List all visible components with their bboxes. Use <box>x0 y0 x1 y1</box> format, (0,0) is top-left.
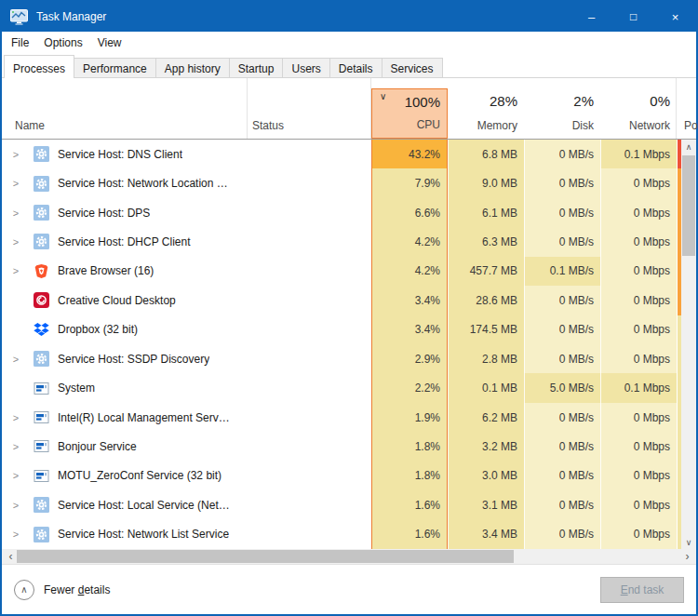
network-column-label: Network <box>629 119 670 132</box>
fewer-details-pre: Fewer <box>44 583 78 596</box>
process-name-cell: > Intel(R) Local Management Serv… <box>2 403 371 432</box>
expand-chevron-icon[interactable]: > <box>9 412 22 423</box>
process-name-cell: > Service Host: Local Service (Net… <box>2 490 371 519</box>
expand-chevron-icon[interactable]: > <box>9 470 22 481</box>
table-row[interactable]: > Brave Browser (16) 4.2% 457.7 MB 0.1 M… <box>2 257 696 286</box>
process-name: Service Host: SSDP Discovery <box>58 353 209 366</box>
cpu-cell: 3.4% <box>371 315 448 344</box>
menu-file[interactable]: File <box>4 36 36 49</box>
window-controls: – □ × <box>570 2 696 32</box>
table-row[interactable]: Dropbox (32 bit) 3.4% 174.5 MB 0 MB/s 0 … <box>2 315 696 344</box>
process-name: Bonjour Service <box>58 440 137 453</box>
tab-startup[interactable]: Startup <box>229 58 284 77</box>
column-header-partial[interactable]: Po <box>684 119 698 132</box>
tab-performance[interactable]: Performance <box>74 58 156 77</box>
column-header-name[interactable]: Name <box>15 119 45 132</box>
cpu-cell: 3.4% <box>371 286 448 315</box>
table-row[interactable]: System 2.2% 0.1 MB 5.0 MB/s 0.1 Mbps <box>2 373 696 402</box>
table-row[interactable]: > Intel(R) Local Management Serv… 1.9% 6… <box>2 403 696 432</box>
tab-details[interactable]: Details <box>329 58 383 77</box>
expand-chevron-icon[interactable]: > <box>9 208 22 219</box>
expand-chevron-icon[interactable]: > <box>9 529 22 540</box>
network-cell: 0 Mbps <box>600 462 677 490</box>
memory-cell: 6.8 MB <box>448 140 524 168</box>
process-name: Service Host: Network Location … <box>58 177 228 190</box>
task-manager-window: Task Manager – □ × File Options View Pro… <box>0 0 698 616</box>
vertical-scrollbar-thumb[interactable] <box>682 155 695 256</box>
expand-chevron-icon[interactable]: > <box>9 441 22 452</box>
scroll-left-icon[interactable]: ‹ <box>4 549 18 564</box>
process-name-cell: > Service Host: DPS <box>2 198 371 227</box>
network-cell: 0 Mbps <box>600 344 677 373</box>
cpu-cell: 1.6% <box>371 519 448 548</box>
expand-chevron-icon[interactable]: > <box>9 354 22 365</box>
expand-chevron-icon[interactable]: > <box>9 265 22 276</box>
memory-cell: 174.5 MB <box>448 315 524 344</box>
end-task-label: nd task <box>628 583 664 596</box>
process-name-cell: > MOTU_ZeroConf Service (32 bit) <box>2 462 371 490</box>
table-row[interactable]: > Service Host: DNS Client 43.2% 6.8 MB … <box>2 140 696 168</box>
tab-processes[interactable]: Processes <box>4 55 74 78</box>
column-header-row: Name Status ∨ 100% CPU 28% Memory 2% Dis… <box>2 78 696 140</box>
process-name-cell: > Service Host: SSDP Discovery <box>2 344 371 373</box>
app-window-icon <box>34 381 49 396</box>
fewer-details-toggle[interactable]: ∧ Fewer details <box>14 580 110 600</box>
network-cell: 0 Mbps <box>600 519 677 548</box>
network-cell: 0.1 Mbps <box>600 140 677 168</box>
table-row[interactable]: > Service Host: DHCP Client 4.2% 6.3 MB … <box>2 227 696 256</box>
table-row[interactable]: > Service Host: SSDP Discovery 2.9% 2.8 … <box>2 344 696 373</box>
memory-column-label: Memory <box>477 119 517 132</box>
expand-chevron-icon[interactable]: > <box>9 178 22 189</box>
horizontal-scrollbar-thumb[interactable] <box>17 550 514 563</box>
scroll-right-icon[interactable]: › <box>680 549 694 564</box>
header-separator <box>247 78 248 139</box>
menu-options[interactable]: Options <box>36 36 89 49</box>
menu-bar: File Options View <box>2 32 696 54</box>
expand-chevron-icon[interactable]: > <box>9 149 22 160</box>
table-row[interactable]: > Bonjour Service 1.8% 3.2 MB 0 MB/s 0 M… <box>2 432 696 461</box>
table-row[interactable]: > MOTU_ZeroConf Service (32 bit) 1.8% 3.… <box>2 462 696 490</box>
end-task-button[interactable]: End task <box>600 577 684 603</box>
process-name: System <box>58 382 95 395</box>
tab-services[interactable]: Services <box>382 58 443 77</box>
column-header-memory[interactable]: 28% Memory <box>448 88 524 139</box>
process-name: Creative Cloud Desktop <box>58 294 176 307</box>
close-button[interactable]: × <box>654 2 696 32</box>
table-row[interactable]: > Service Host: DPS 6.6% 6.1 MB 0 MB/s 0… <box>2 198 696 227</box>
creative-cloud-icon <box>34 292 49 308</box>
minimize-button[interactable]: – <box>570 2 612 32</box>
memory-cell: 3.1 MB <box>448 490 524 519</box>
horizontal-scrollbar[interactable]: ‹ › <box>2 549 696 564</box>
table-row[interactable]: > Service Host: Network Location … 7.9% … <box>2 168 696 197</box>
menu-view[interactable]: View <box>90 36 129 49</box>
scroll-down-icon[interactable]: ∨ <box>681 535 696 549</box>
disk-cell: 5.0 MB/s <box>524 373 600 402</box>
cpu-cell: 1.6% <box>371 490 448 519</box>
network-cell: 0 Mbps <box>600 257 677 286</box>
service-gear-icon <box>34 351 49 367</box>
fewer-details-post: etails <box>84 583 110 596</box>
maximize-button[interactable]: □ <box>612 2 654 32</box>
scroll-up-icon[interactable]: ∧ <box>681 140 696 154</box>
column-header-status[interactable]: Status <box>252 119 284 132</box>
expand-chevron-icon[interactable]: > <box>9 236 22 248</box>
tab-app-history[interactable]: App history <box>155 58 230 77</box>
memory-cell: 28.6 MB <box>448 286 524 315</box>
table-row[interactable]: Creative Cloud Desktop 3.4% 28.6 MB 0 MB… <box>2 286 696 315</box>
process-name: Service Host: Local Service (Net… <box>58 499 230 512</box>
tab-bar: Processes Performance App history Startu… <box>2 54 696 78</box>
column-header-disk[interactable]: 2% Disk <box>524 88 600 139</box>
table-row[interactable]: > Service Host: Network List Service 1.6… <box>2 519 696 548</box>
app-window-icon <box>34 438 49 454</box>
cpu-cell: 1.9% <box>371 403 448 432</box>
process-name-cell: Dropbox (32 bit) <box>2 315 371 344</box>
window-title: Task Manager <box>36 10 106 23</box>
column-header-network[interactable]: 0% Network <box>600 88 677 139</box>
network-cell: 0 Mbps <box>600 227 677 256</box>
column-header-cpu[interactable]: ∨ 100% CPU <box>371 88 448 139</box>
expand-chevron-icon[interactable]: > <box>9 500 22 511</box>
table-row[interactable]: > Service Host: Local Service (Net… 1.6%… <box>2 490 696 519</box>
tab-users[interactable]: Users <box>282 58 329 77</box>
cpu-cell: 43.2% <box>371 140 448 168</box>
vertical-scrollbar[interactable]: ∧ ∨ <box>681 140 696 549</box>
